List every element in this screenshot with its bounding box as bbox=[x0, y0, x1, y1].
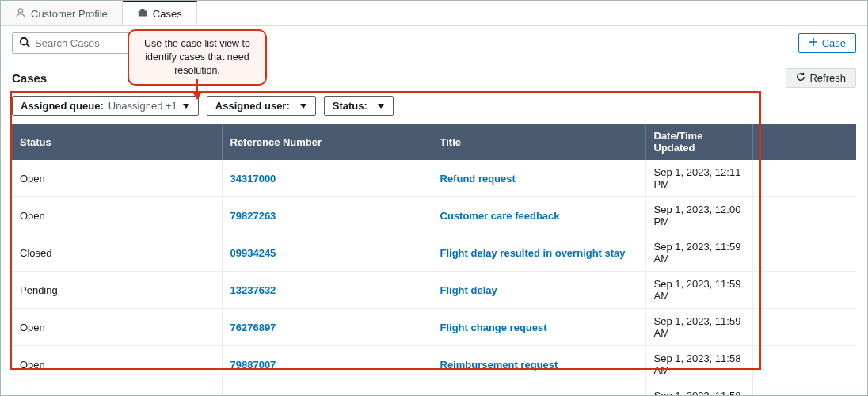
filter-status[interactable]: Status: bbox=[324, 96, 394, 116]
cell-blank bbox=[752, 383, 856, 397]
svg-rect-1 bbox=[139, 10, 147, 16]
cell-updated: Sep 1, 2023, 11:59 AM bbox=[645, 234, 752, 272]
filter-label: Assigned queue: bbox=[21, 100, 104, 112]
button-label: Refresh bbox=[809, 72, 846, 84]
svg-marker-10 bbox=[300, 104, 306, 109]
caret-down-icon bbox=[377, 100, 385, 112]
filter-value: Unassigned +1 bbox=[108, 100, 177, 112]
table-row[interactable]: Open76276897Flight change requestSep 1, … bbox=[12, 309, 856, 346]
svg-line-4 bbox=[27, 44, 30, 48]
table-row[interactable]: Closed09934245Flight delay resulted in o… bbox=[12, 234, 856, 272]
cell-blank bbox=[752, 346, 856, 383]
cell-title[interactable]: Refund request bbox=[432, 160, 645, 197]
tab-customer-profile[interactable]: Customer Profile bbox=[1, 1, 123, 25]
cell-status: Open bbox=[12, 309, 222, 346]
cell-reference[interactable]: 79827263 bbox=[222, 197, 432, 234]
cell-updated: Sep 1, 2023, 11:59 AM bbox=[645, 272, 752, 309]
table-row[interactable]: Open63436804Inquiries on seating typesSe… bbox=[12, 383, 856, 397]
cell-reference[interactable]: 34317000 bbox=[222, 160, 432, 197]
refresh-icon bbox=[796, 72, 805, 84]
filter-label: Status: bbox=[333, 100, 367, 112]
table-row[interactable]: Open79887007Reimbursement requestSep 1, … bbox=[12, 346, 856, 383]
svg-rect-2 bbox=[141, 10, 144, 11]
reference-link: 76276897 bbox=[230, 322, 276, 333]
col-header-blank bbox=[752, 124, 856, 160]
arrow-down-icon bbox=[191, 79, 204, 104]
cell-status: Pending bbox=[12, 272, 222, 309]
cases-table-wrap: Status Reference Number Title Date/Time … bbox=[1, 124, 867, 396]
cell-title[interactable]: Customer care feedback bbox=[432, 197, 645, 234]
callout-text: Use the case list view to identify cases… bbox=[144, 38, 250, 76]
search-icon bbox=[19, 36, 30, 50]
svg-marker-9 bbox=[183, 104, 189, 109]
col-header-reference[interactable]: Reference Number bbox=[222, 124, 432, 160]
reference-link: 79887007 bbox=[230, 359, 276, 371]
title-link: Flight delay bbox=[440, 284, 497, 296]
cell-blank bbox=[752, 272, 856, 309]
cell-title[interactable]: Reimbursement request bbox=[432, 346, 645, 383]
title-link: Flight delay resulted in overnight stay bbox=[440, 247, 626, 259]
tab-bar: Customer Profile Cases bbox=[1, 1, 867, 26]
caret-down-icon bbox=[182, 100, 190, 112]
refresh-button[interactable]: Refresh bbox=[786, 68, 856, 88]
tab-label: Customer Profile bbox=[31, 8, 108, 20]
cell-status: Open bbox=[12, 197, 222, 234]
cell-reference[interactable]: 76276897 bbox=[222, 309, 432, 346]
cell-reference[interactable]: 13237632 bbox=[222, 272, 432, 309]
cell-blank bbox=[752, 234, 856, 272]
user-icon bbox=[15, 7, 26, 21]
create-case-button[interactable]: Case bbox=[798, 33, 856, 53]
cell-status: Open bbox=[12, 383, 222, 397]
cell-blank bbox=[752, 160, 856, 197]
svg-point-0 bbox=[18, 8, 22, 12]
cell-title[interactable]: Flight delay bbox=[432, 272, 645, 309]
briefcase-icon bbox=[137, 7, 148, 21]
svg-marker-6 bbox=[193, 93, 201, 100]
reference-link: 09934245 bbox=[230, 247, 276, 259]
cell-updated: Sep 1, 2023, 12:11 PM bbox=[645, 160, 752, 197]
cell-status: Open bbox=[12, 346, 222, 383]
tab-cases[interactable]: Cases bbox=[123, 1, 197, 25]
table-row[interactable]: Open79827263Customer care feedbackSep 1,… bbox=[12, 197, 856, 234]
filter-label: Assigned user: bbox=[215, 100, 290, 112]
instruction-callout: Use the case list view to identify cases… bbox=[128, 29, 267, 86]
col-header-status[interactable]: Status bbox=[12, 124, 222, 160]
cell-updated: Sep 1, 2023, 12:00 PM bbox=[645, 197, 752, 234]
cell-title[interactable]: Flight change request bbox=[432, 309, 645, 346]
cell-blank bbox=[752, 197, 856, 234]
title-link: Flight change request bbox=[440, 322, 547, 333]
svg-marker-11 bbox=[378, 104, 384, 109]
reference-link: 13237632 bbox=[230, 284, 276, 296]
col-header-updated[interactable]: Date/Time Updated bbox=[645, 124, 752, 160]
cell-title[interactable]: Flight delay resulted in overnight stay bbox=[432, 234, 645, 272]
reference-link: 79827263 bbox=[230, 210, 276, 222]
tab-label: Cases bbox=[153, 8, 182, 20]
cell-updated: Sep 1, 2023, 11:58 AM bbox=[645, 383, 752, 397]
table-row[interactable]: Open34317000Refund requestSep 1, 2023, 1… bbox=[12, 160, 856, 197]
title-link: Customer care feedback bbox=[440, 210, 560, 222]
page-title: Cases bbox=[12, 71, 47, 85]
cell-updated: Sep 1, 2023, 11:58 AM bbox=[645, 346, 752, 383]
cases-table: Status Reference Number Title Date/Time … bbox=[12, 124, 856, 396]
filter-assigned-user[interactable]: Assigned user: bbox=[207, 96, 316, 116]
cell-updated: Sep 1, 2023, 11:59 AM bbox=[645, 309, 752, 346]
cell-reference[interactable]: 63436804 bbox=[222, 383, 432, 397]
cell-status: Open bbox=[12, 160, 222, 197]
svg-point-3 bbox=[21, 38, 28, 45]
filter-assigned-queue[interactable]: Assigned queue: Unassigned +1 bbox=[12, 96, 199, 116]
title-link: Reimbursement request bbox=[440, 359, 558, 371]
caret-down-icon bbox=[299, 100, 307, 112]
cell-title[interactable]: Inquiries on seating types bbox=[432, 383, 645, 397]
col-header-title[interactable]: Title bbox=[432, 124, 645, 160]
cell-reference[interactable]: 09934245 bbox=[222, 234, 432, 272]
toolbar: Use the case list view to identify cases… bbox=[1, 26, 867, 60]
table-row[interactable]: Pending13237632Flight delaySep 1, 2023, … bbox=[12, 272, 856, 309]
filters-row: Assigned queue: Unassigned +1 Assigned u… bbox=[1, 93, 867, 124]
button-label: Case bbox=[822, 37, 846, 49]
title-link: Refund request bbox=[440, 173, 516, 185]
cell-status: Closed bbox=[12, 234, 222, 272]
cell-reference[interactable]: 79887007 bbox=[222, 346, 432, 383]
plus-icon bbox=[809, 37, 818, 49]
reference-link: 34317000 bbox=[230, 173, 276, 185]
cell-blank bbox=[752, 309, 856, 346]
